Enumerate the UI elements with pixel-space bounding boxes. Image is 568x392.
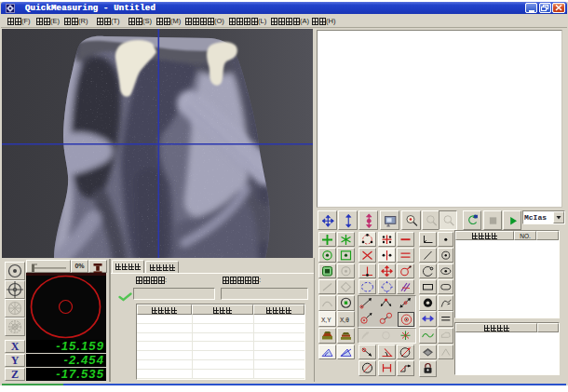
svg-text:X,θ: X,θ [340, 317, 349, 323]
svg-text:X,Y: X,Y [321, 317, 331, 323]
